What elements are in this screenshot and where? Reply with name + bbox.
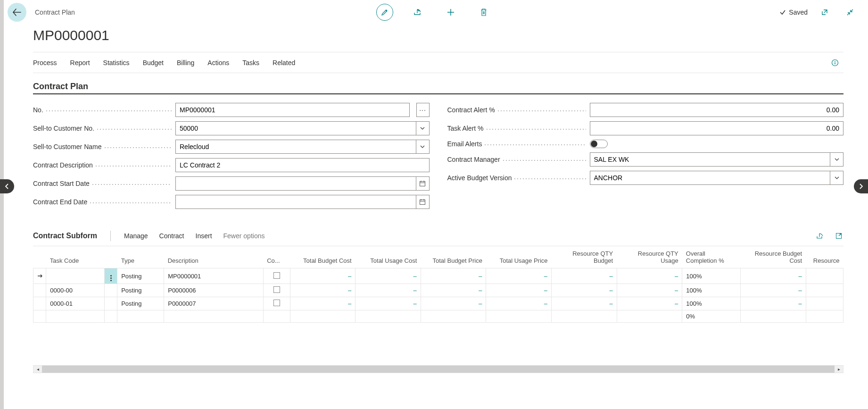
subform-title[interactable]: Contract Subform (33, 232, 97, 240)
arrow-left-icon (12, 8, 22, 17)
col-resource-qty-budget[interactable]: Resource QTY Budget (552, 246, 617, 268)
tab-billing[interactable]: Billing (177, 59, 194, 67)
sell-to-no-input[interactable] (175, 121, 416, 135)
more-vertical-icon (110, 275, 112, 281)
breadcrumb[interactable]: Contract Plan (35, 8, 75, 16)
manager-input[interactable] (590, 152, 831, 167)
subform-share-button[interactable] (815, 231, 825, 241)
budget-version-dropdown[interactable] (830, 171, 843, 185)
arrow-right-icon (37, 274, 43, 278)
subform-table: Task Code Type Description Co... Total B… (33, 246, 843, 323)
tab-tasks[interactable]: Tasks (242, 59, 259, 67)
scroll-left-button[interactable]: ◂ (33, 366, 42, 373)
info-icon (831, 59, 839, 67)
tab-process[interactable]: Process (33, 59, 57, 67)
popout-icon (821, 8, 828, 16)
start-date-picker[interactable] (416, 176, 430, 191)
no-more-button[interactable]: ··· (416, 103, 430, 117)
calendar-icon (419, 199, 426, 205)
svg-rect-2 (420, 182, 425, 186)
table-row[interactable]: PostingMP0000001––––––100%– (33, 268, 843, 284)
chevron-down-icon (835, 158, 839, 161)
checkbox[interactable] (273, 300, 280, 306)
no-input[interactable] (175, 103, 410, 117)
calendar-icon (419, 180, 426, 187)
svg-rect-3 (420, 200, 425, 205)
scroll-right-button[interactable]: ▸ (835, 366, 843, 373)
horizontal-scrollbar[interactable]: ◂ ▸ (33, 365, 843, 373)
expand-icon (835, 233, 842, 239)
subform-insert[interactable]: Insert (196, 232, 212, 240)
budget-version-label: Active Budget Version (447, 174, 514, 182)
section-title[interactable]: Contract Plan (33, 82, 843, 92)
col-total-usage-cost[interactable]: Total Usage Cost (355, 246, 421, 268)
table-row[interactable]: 0000-01PostingP0000007––––––100%– (33, 297, 843, 310)
tab-actions[interactable]: Actions (207, 59, 229, 67)
tab-budget[interactable]: Budget (143, 59, 164, 67)
col-task-code[interactable]: Task Code (46, 246, 105, 268)
chevron-down-icon (420, 145, 425, 148)
collapse-button[interactable] (842, 4, 859, 21)
manager-dropdown[interactable] (830, 152, 843, 167)
page-title: MP0000001 (33, 27, 843, 43)
col-total-budget-price[interactable]: Total Budget Price (421, 246, 486, 268)
back-button[interactable] (8, 3, 26, 22)
share-button[interactable] (409, 4, 426, 21)
left-gutter (0, 0, 4, 409)
sell-to-no-label: Sell-to Customer No. (33, 125, 96, 132)
task-alert-input[interactable] (590, 121, 844, 135)
sell-to-name-label: Sell-to Customer Name (33, 143, 104, 150)
sell-to-no-dropdown[interactable] (416, 121, 430, 135)
pencil-icon (381, 8, 389, 16)
col-co[interactable]: Co... (263, 246, 290, 268)
col-type[interactable]: Type (117, 246, 164, 268)
sell-to-name-input[interactable] (175, 140, 416, 154)
task-alert-label: Task Alert % (447, 125, 486, 132)
checkbox[interactable] (273, 286, 280, 293)
email-alerts-label: Email Alerts (447, 140, 484, 148)
col-resource[interactable]: Resource (806, 246, 843, 268)
subform-fewer-options[interactable]: Fewer options (223, 232, 265, 240)
table-row[interactable]: 0% (33, 310, 843, 323)
budget-version-input[interactable] (590, 171, 831, 185)
table-row[interactable]: 0000-00PostingP0000006––––––100%– (33, 284, 843, 297)
svg-point-1 (835, 61, 835, 62)
tab-related[interactable]: Related (273, 59, 295, 67)
share-icon (413, 8, 422, 16)
plus-icon (446, 8, 455, 17)
tab-report[interactable]: Report (70, 59, 90, 67)
sell-to-name-dropdown[interactable] (416, 140, 430, 154)
contract-alert-input[interactable] (590, 103, 844, 117)
start-date-input[interactable] (175, 176, 416, 191)
col-description[interactable]: Description (164, 246, 263, 268)
edit-button[interactable] (376, 4, 393, 21)
new-button[interactable] (442, 4, 459, 21)
next-record-button[interactable] (854, 179, 868, 193)
col-resource-qty-usage[interactable]: Resource QTY Usage (617, 246, 682, 268)
tab-statistics[interactable]: Statistics (103, 59, 130, 67)
end-date-input[interactable] (175, 195, 416, 209)
check-icon (779, 9, 786, 16)
row-menu-button[interactable] (104, 268, 117, 284)
description-input[interactable] (175, 158, 430, 172)
checkbox[interactable] (273, 272, 280, 279)
popout-button[interactable] (816, 4, 833, 21)
prev-record-button[interactable] (0, 179, 14, 193)
trash-icon (480, 8, 488, 17)
col-resource-budget-cost[interactable]: Resource Budget Cost (741, 246, 806, 268)
col-total-budget-cost[interactable]: Total Budget Cost (290, 246, 355, 268)
info-button[interactable] (827, 54, 843, 71)
subform-contract[interactable]: Contract (159, 232, 184, 240)
no-label: No. (33, 106, 45, 114)
col-overall-completion[interactable]: Overall Completion % (682, 246, 741, 268)
subform-manage[interactable]: Manage (124, 232, 148, 240)
contract-alert-label: Contract Alert % (447, 106, 497, 114)
save-status: Saved (779, 8, 808, 16)
col-total-usage-price[interactable]: Total Usage Price (486, 246, 552, 268)
share-icon (816, 233, 824, 239)
subform-maximize-button[interactable] (834, 231, 843, 241)
collapse-icon (846, 8, 854, 16)
email-alerts-toggle[interactable] (590, 140, 608, 148)
end-date-picker[interactable] (416, 195, 430, 209)
delete-button[interactable] (475, 4, 492, 21)
